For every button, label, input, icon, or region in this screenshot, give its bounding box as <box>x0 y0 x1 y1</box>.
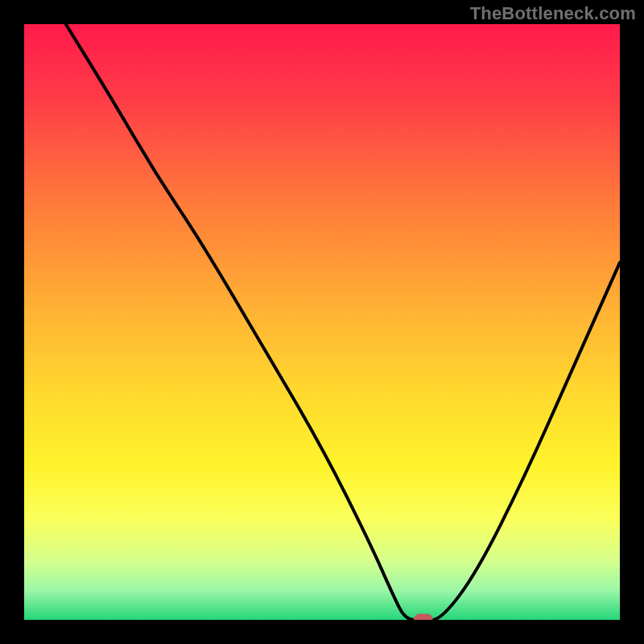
watermark-text: TheBottleneck.com <box>470 3 636 24</box>
chart-frame: TheBottleneck.com <box>0 0 644 644</box>
optimal-marker <box>414 614 433 620</box>
bottleneck-plot <box>24 24 620 620</box>
gradient-background <box>24 24 620 620</box>
